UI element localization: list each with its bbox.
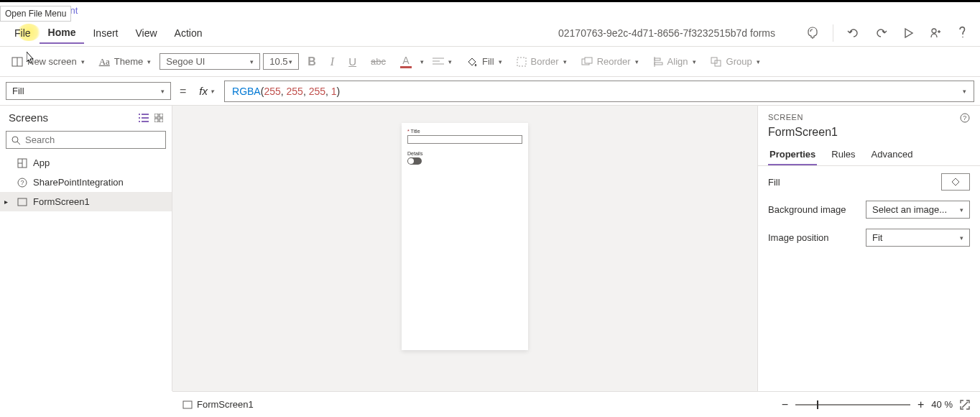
screen-icon [182, 400, 193, 409]
border-button[interactable]: Border ▾ [511, 53, 573, 70]
property-select[interactable]: Fill ▾ [6, 82, 171, 100]
new-screen-button[interactable]: New screen ▾ [6, 53, 91, 70]
zoom-slider[interactable] [795, 404, 910, 405]
chevron-down-icon: ▾ [147, 58, 151, 65]
help-icon[interactable] [951, 22, 974, 45]
form-canvas[interactable]: * Title Details [402, 123, 528, 350]
menu-bar: File Home Insert View Action 02170763-9e… [0, 19, 980, 47]
chevron-down-icon[interactable]: ▾ [963, 88, 966, 95]
status-bar: FormScreen1 − + 40 % [172, 391, 980, 417]
tree-item-app[interactable]: App [0, 153, 172, 173]
theme-button[interactable]: Aa Theme ▾ [93, 53, 157, 70]
svg-rect-8 [585, 58, 592, 63]
tree-item-formscreen[interactable]: ▸ FormScreen1 [0, 192, 172, 211]
chevron-down-icon: ▾ [211, 88, 214, 95]
bold-button[interactable]: B [302, 52, 322, 71]
divider [833, 24, 833, 42]
menu-action[interactable]: Action [166, 23, 211, 43]
tab-properties[interactable]: Properties [768, 145, 817, 165]
back-breadcrumb[interactable]: arePoint [0, 2, 980, 19]
group-icon [711, 57, 722, 67]
paint-bucket-icon [466, 56, 478, 68]
expand-caret-icon[interactable]: ▸ [4, 198, 8, 206]
bg-image-select[interactable]: Select an image... ▾ [866, 201, 970, 219]
svg-rect-34 [183, 401, 192, 408]
svg-rect-11 [655, 63, 662, 65]
menu-view[interactable]: View [126, 23, 165, 43]
menu-home[interactable]: Home [40, 22, 85, 44]
screen-icon [17, 198, 27, 206]
chevron-down-icon: ▾ [757, 58, 760, 65]
svg-rect-22 [154, 119, 158, 122]
ribbon: New screen ▾ Aa Theme ▾ Segoe UI ▾ 10.5 … [0, 47, 980, 77]
border-icon [517, 57, 527, 67]
equals-sign: = [177, 85, 189, 98]
font-size-select[interactable]: 10.5 ▾ [263, 53, 299, 70]
tree-label: FormScreen1 [33, 196, 90, 207]
search-box[interactable] [6, 131, 166, 149]
svg-point-24 [12, 137, 18, 142]
menu-insert[interactable]: Insert [84, 23, 126, 43]
theme-icon: Aa [99, 56, 110, 68]
canvas-area[interactable]: * Title Details [172, 106, 757, 391]
status-screen-name: FormScreen1 [197, 399, 254, 410]
svg-line-35 [962, 402, 968, 408]
list-view-icon[interactable] [139, 114, 149, 122]
screen-name: FormScreen1 [758, 126, 980, 145]
zoom-in-button[interactable]: + [917, 398, 924, 411]
tab-rules[interactable]: Rules [830, 145, 856, 165]
fill-label: Fill [482, 56, 494, 67]
strikethrough-button[interactable]: abc [365, 53, 392, 70]
svg-point-0 [932, 29, 936, 33]
bg-image-label: Background image [768, 204, 846, 215]
chevron-down-icon[interactable]: ▾ [420, 58, 424, 65]
font-color-button[interactable]: A [394, 52, 417, 71]
fill-color-swatch[interactable] [941, 173, 970, 191]
tab-advanced[interactable]: Advanced [870, 145, 915, 165]
grid-view-icon[interactable] [154, 114, 163, 122]
zoom-out-button[interactable]: − [782, 398, 788, 411]
share-icon[interactable] [924, 22, 947, 45]
search-icon [11, 135, 21, 145]
help-icon[interactable]: ? [960, 113, 970, 123]
app-checker-icon[interactable] [801, 22, 824, 45]
theme-label: Theme [114, 56, 143, 67]
group-button[interactable]: Group ▾ [705, 53, 766, 70]
image-pos-select[interactable]: Fit ▾ [866, 229, 970, 247]
search-input[interactable] [25, 134, 161, 145]
align-button[interactable]: Align ▾ [647, 53, 702, 70]
image-pos-value: Fit [872, 232, 882, 243]
border-label: Border [531, 56, 559, 67]
title-label: Title [411, 129, 420, 134]
reorder-label: Reorder [597, 56, 631, 67]
chevron-down-icon: ▾ [499, 58, 502, 65]
svg-rect-31 [18, 198, 27, 206]
text-align-button[interactable]: ▾ [427, 54, 458, 70]
title-input[interactable] [407, 135, 522, 144]
italic-button[interactable]: I [325, 52, 340, 71]
font-select[interactable]: Segoe UI ▾ [160, 53, 260, 70]
menu-file[interactable]: File [6, 23, 40, 43]
tree-item-sharepoint[interactable]: ? SharePointIntegration [0, 173, 172, 192]
fx-label[interactable]: fx ▾ [195, 85, 218, 97]
font-value: Segoe UI [166, 56, 205, 67]
play-icon[interactable] [897, 22, 920, 45]
undo-icon[interactable] [842, 22, 865, 45]
details-toggle[interactable] [407, 157, 422, 165]
svg-text:?: ? [20, 179, 24, 186]
svg-rect-21 [160, 114, 163, 117]
integration-icon: ? [17, 178, 27, 188]
screens-title: Screens [9, 111, 48, 124]
svg-rect-6 [517, 58, 526, 66]
redo-icon[interactable] [869, 22, 892, 45]
fullscreen-icon[interactable] [960, 400, 970, 410]
screens-panel: Screens App ? Share [0, 106, 172, 391]
reorder-button[interactable]: Reorder ▾ [575, 53, 644, 70]
fill-button[interactable]: Fill ▾ [461, 53, 508, 70]
align-icon [653, 57, 663, 67]
font-size-value: 10.5 [269, 56, 287, 67]
underline-button[interactable]: U [343, 52, 362, 70]
formula-input[interactable]: RGBA(255, 255, 255, 1) ▾ [224, 81, 974, 102]
app-title: 02170763-9e2c-4d71-8656-7f3232515b7d for… [558, 27, 775, 39]
formula-bar: Fill ▾ = fx ▾ RGBA(255, 255, 255, 1) ▾ [0, 77, 980, 106]
